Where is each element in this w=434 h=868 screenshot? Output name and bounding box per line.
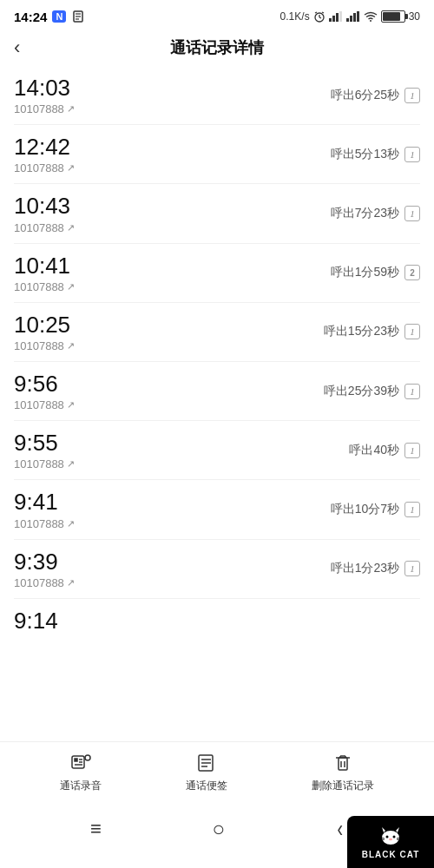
toolbar-label-recording: 通话录音 <box>60 779 102 793</box>
call-number: 10107888 ↗ <box>14 102 75 115</box>
outgoing-arrow: ↗ <box>67 222 75 233</box>
call-time: 10:25 <box>14 312 75 339</box>
call-number: 10107888 ↗ <box>14 457 75 470</box>
call-left: 10:43 10107888 ↗ <box>14 193 75 233</box>
outgoing-arrow: ↗ <box>67 577 75 589</box>
svg-line-8 <box>322 12 324 13</box>
toolbar-item-recording[interactable]: 通话录音 <box>60 751 102 793</box>
call-left: 9:55 10107888 ↗ <box>14 430 75 470</box>
svg-rect-19 <box>75 759 77 761</box>
call-duration: 呼出10分7秒 <box>331 502 399 517</box>
call-badge: 1 <box>404 443 420 458</box>
wifi-icon <box>364 11 378 22</box>
call-right: 呼出5分13秒 1 <box>331 147 420 162</box>
call-duration: 呼出25分39秒 <box>324 384 399 399</box>
outgoing-arrow: ↗ <box>67 399 75 411</box>
svg-point-17 <box>370 20 372 22</box>
call-left: 9:56 10107888 ↗ <box>14 371 75 411</box>
outgoing-arrow: ↗ <box>67 162 75 174</box>
svg-rect-29 <box>339 758 347 770</box>
call-badge: 1 <box>404 561 420 576</box>
call-number: 10107888 ↗ <box>14 398 75 411</box>
outgoing-arrow: ↗ <box>67 518 75 529</box>
status-right: 0.1K/s <box>280 10 420 23</box>
svg-line-6 <box>319 17 321 18</box>
call-duration: 呼出6分25秒 <box>331 88 399 103</box>
call-right: 呼出7分23秒 1 <box>331 206 420 221</box>
toolbar-item-delete[interactable]: 删除通话记录 <box>312 751 374 793</box>
call-number: 10107888 ↗ <box>14 339 75 352</box>
svg-rect-14 <box>350 16 352 22</box>
call-item[interactable]: 9:14 <box>14 599 420 643</box>
call-list: 14:03 10107888 ↗ 呼出6分25秒 1 12:42 1010788… <box>0 66 434 643</box>
svg-point-39 <box>393 835 396 838</box>
toolbar-label-note: 通话便签 <box>186 779 227 793</box>
call-time: 9:56 <box>14 371 75 398</box>
call-item[interactable]: 12:42 10107888 ↗ 呼出5分13秒 1 <box>14 125 420 184</box>
menu-button[interactable]: ≡ <box>90 818 102 840</box>
back-button[interactable]: ‹ <box>14 38 20 57</box>
black-cat-text: BLACK CAT <box>362 850 420 859</box>
svg-marker-37 <box>396 827 399 832</box>
home-button[interactable]: ○ <box>212 817 225 841</box>
svg-rect-12 <box>339 11 342 22</box>
call-right: 呼出25分39秒 1 <box>324 384 420 399</box>
n-icon: N <box>52 10 66 23</box>
call-item[interactable]: 10:43 10107888 ↗ 呼出7分23秒 1 <box>14 184 420 243</box>
call-right: 呼出1分23秒 1 <box>331 561 420 576</box>
toolbar-item-note[interactable]: 通话便签 <box>186 751 227 793</box>
call-number: 10107888 ↗ <box>14 576 75 589</box>
call-number: 10107888 ↗ <box>14 221 75 234</box>
call-left: 9:14 <box>14 608 58 635</box>
page-header: ‹ 通话记录详情 <box>0 31 434 66</box>
svg-rect-9 <box>329 18 332 22</box>
network-speed: 0.1K/s <box>280 10 310 23</box>
call-duration: 呼出1分59秒 <box>331 265 399 280</box>
outgoing-arrow: ↗ <box>67 458 75 470</box>
call-right: 呼出15分23秒 1 <box>324 324 420 339</box>
call-item[interactable]: 14:03 10107888 ↗ 呼出6分25秒 1 <box>14 66 420 125</box>
battery-fill <box>383 12 400 21</box>
call-time: 9:55 <box>14 430 75 457</box>
call-badge: 1 <box>404 206 420 221</box>
call-left: 9:39 10107888 ↗ <box>14 549 75 589</box>
call-item[interactable]: 9:55 10107888 ↗ 呼出40秒 1 <box>14 421 420 480</box>
call-duration: 呼出5分13秒 <box>331 147 399 162</box>
status-bar: 14:24 N 0.1K/s <box>0 0 434 31</box>
call-right: 呼出40秒 1 <box>349 443 420 458</box>
call-number: 10107888 ↗ <box>14 280 75 293</box>
svg-point-23 <box>85 755 90 760</box>
call-left: 10:41 10107888 ↗ <box>14 253 75 293</box>
call-number: 10107888 ↗ <box>14 517 75 530</box>
call-time: 14:03 <box>14 75 75 102</box>
call-number: 10107888 ↗ <box>14 161 75 174</box>
call-item[interactable]: 9:56 10107888 ↗ 呼出25分39秒 1 <box>14 362 420 421</box>
call-item[interactable]: 10:25 10107888 ↗ 呼出15分23秒 1 <box>14 303 420 362</box>
outgoing-arrow: ↗ <box>67 103 75 115</box>
delete-icon-status <box>71 10 85 23</box>
cat-icon <box>378 825 404 846</box>
alarm-icon <box>313 10 326 23</box>
svg-point-40 <box>389 838 392 839</box>
call-badge: 2 <box>404 265 420 280</box>
call-right: 呼出6分25秒 1 <box>331 88 420 103</box>
note-icon <box>191 751 222 775</box>
call-duration: 呼出40秒 <box>349 443 399 458</box>
signal-icon <box>329 11 343 22</box>
status-time: 14:24 <box>14 10 47 24</box>
back-nav-button[interactable]: ‹ <box>337 815 343 843</box>
call-item[interactable]: 9:39 10107888 ↗ 呼出1分23秒 1 <box>14 540 420 599</box>
call-item[interactable]: 10:41 10107888 ↗ 呼出1分59秒 2 <box>14 244 420 303</box>
call-time: 10:41 <box>14 253 75 279</box>
page-title: 通话记录详情 <box>170 37 264 58</box>
call-duration: 呼出15分23秒 <box>324 324 399 339</box>
svg-rect-16 <box>357 11 359 22</box>
status-left: 14:24 N <box>14 10 85 24</box>
call-right: 呼出10分7秒 1 <box>331 502 420 517</box>
call-duration: 呼出7分23秒 <box>331 206 399 221</box>
call-left: 10:25 10107888 ↗ <box>14 312 75 352</box>
svg-rect-13 <box>346 18 349 22</box>
call-left: 9:41 10107888 ↗ <box>14 489 75 529</box>
call-time: 9:14 <box>14 608 58 635</box>
call-item[interactable]: 9:41 10107888 ↗ 呼出10分7秒 1 <box>14 480 420 539</box>
